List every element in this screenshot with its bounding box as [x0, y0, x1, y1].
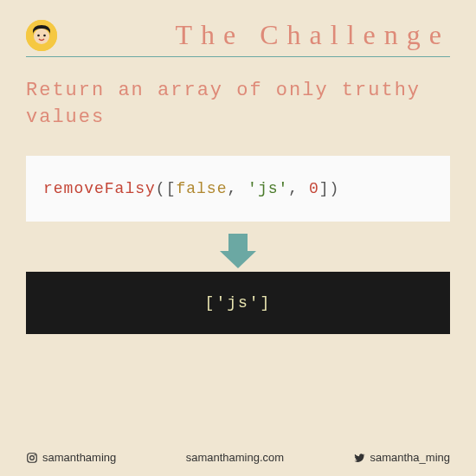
code-comma2: ,: [288, 180, 309, 197]
avatar: [26, 20, 57, 51]
instagram-icon: [26, 452, 38, 464]
arrow-down-icon: [228, 234, 248, 253]
svg-point-3: [43, 34, 46, 36]
instagram-handle: samanthaming: [26, 451, 116, 464]
code-close-bracket: ]: [319, 180, 330, 197]
page-title: The Challenge: [74, 19, 450, 51]
avatar-face-icon: [26, 20, 57, 51]
svg-point-2: [37, 34, 40, 36]
subtitle: Return an array of only truthy values: [0, 78, 476, 132]
svg-point-6: [35, 454, 35, 455]
svg-point-1: [34, 29, 49, 44]
code-arg3: 0: [309, 180, 319, 197]
header: The Challenge: [0, 0, 476, 56]
code-close-paren: ): [330, 180, 340, 197]
code-open-bracket: [: [166, 180, 177, 197]
arrow-wrap: [0, 234, 476, 256]
code-arg2: 'js': [248, 180, 288, 197]
code-open-paren: (: [156, 180, 166, 197]
website-text: samanthaming.com: [186, 451, 284, 464]
code-input-box: removeFalsy([false, 'js', 0]): [26, 156, 450, 222]
code-output-box: ['js']: [26, 272, 450, 334]
twitter-handle: samantha_ming: [353, 451, 450, 464]
footer: samanthaming samanthaming.com samantha_m…: [26, 451, 450, 464]
instagram-text: samanthaming: [42, 451, 116, 464]
twitter-text: samantha_ming: [370, 451, 450, 464]
code-fn-name: removeFalsy: [43, 180, 156, 197]
code-comma1: ,: [227, 180, 248, 197]
divider: [26, 56, 450, 57]
code-arg1: false: [176, 180, 227, 197]
twitter-icon: [353, 452, 365, 464]
svg-point-5: [30, 455, 35, 460]
output-text: ['js']: [205, 294, 272, 312]
